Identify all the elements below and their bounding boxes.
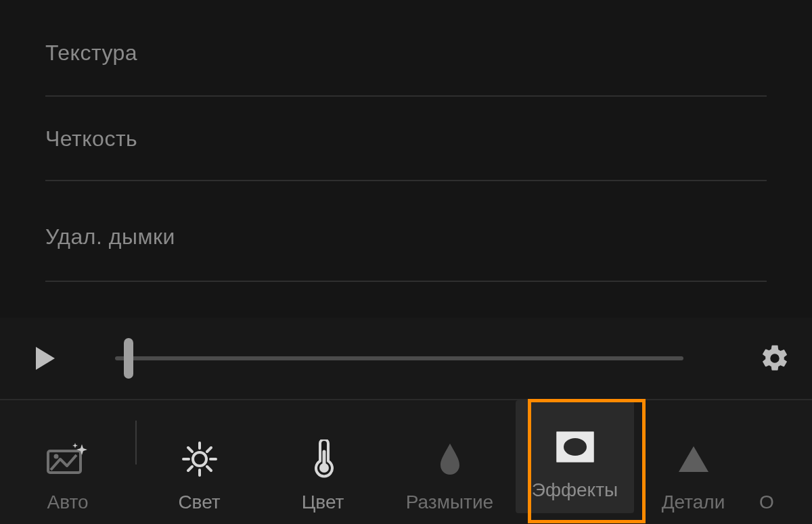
tab-effects[interactable]: Эффекты (516, 400, 634, 524)
svg-marker-0 (36, 347, 55, 370)
bottom-toolbar: Авто Свет (0, 399, 812, 524)
play-icon (30, 345, 58, 372)
svg-marker-4 (72, 443, 78, 448)
auto-icon (47, 439, 89, 479)
svg-line-13 (188, 467, 192, 471)
setting-row-dehaze[interactable]: Удал. дымки (45, 224, 767, 282)
svg-point-5 (193, 452, 206, 466)
triangle-icon (676, 439, 711, 479)
temperature-icon (309, 439, 336, 479)
setting-label-texture: Текстура (45, 0, 137, 66)
vignette-icon (556, 427, 594, 467)
timeline-track (115, 356, 683, 360)
tab-label: Цвет (302, 492, 344, 513)
tab-label: О (759, 492, 774, 513)
setting-row-clarity[interactable]: Четкость (45, 126, 767, 181)
svg-marker-23 (679, 446, 708, 472)
svg-marker-3 (76, 444, 87, 455)
timeline-scrubber[interactable] (88, 338, 710, 379)
gear-icon (759, 343, 790, 374)
tab-label: Эффекты (532, 479, 618, 501)
tab-label: Размытие (406, 492, 493, 513)
svg-line-11 (207, 467, 211, 471)
tab-blur[interactable]: Размытие (384, 400, 516, 524)
timeline-handle[interactable] (124, 338, 133, 379)
setting-label-clarity: Четкость (45, 126, 137, 151)
tab-light[interactable]: Свет (137, 400, 262, 524)
divider (45, 95, 767, 97)
tab-label: Свет (178, 492, 220, 513)
timeline-bar (0, 318, 812, 399)
setting-row-texture[interactable]: Текстура (45, 0, 767, 97)
tab-overflow[interactable]: О (752, 400, 807, 524)
svg-point-2 (54, 454, 59, 459)
tab-auto[interactable]: Авто (0, 400, 135, 524)
svg-line-10 (188, 448, 192, 452)
svg-line-12 (207, 448, 211, 452)
drop-icon (436, 439, 464, 479)
play-button[interactable] (0, 345, 88, 372)
brightness-icon (181, 439, 219, 479)
tab-label: Авто (47, 492, 88, 513)
tab-color[interactable]: Цвет (262, 400, 384, 524)
divider (45, 180, 767, 181)
svg-point-21 (564, 438, 587, 456)
divider (45, 281, 767, 282)
tab-detail[interactable]: Детали (634, 400, 752, 524)
setting-label-dehaze: Удал. дымки (45, 224, 175, 249)
settings-button[interactable] (738, 343, 812, 374)
settings-panel: Текстура Четкость Удал. дымки (0, 0, 812, 282)
tab-label: Детали (662, 492, 725, 513)
